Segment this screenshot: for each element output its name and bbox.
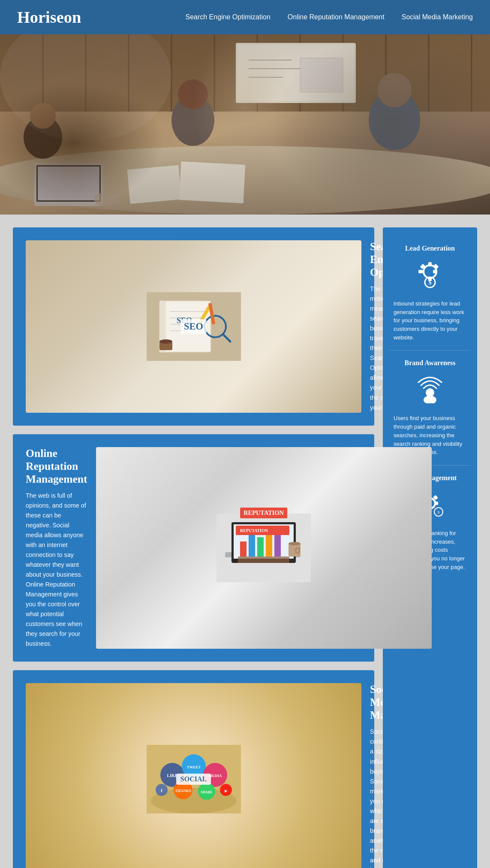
svg-rect-84 [433,264,439,269]
svg-text:MEDIA: MEDIA [208,774,222,778]
svg-text:SEO: SEO [177,316,192,325]
svg-rect-53 [257,537,264,556]
svg-point-44 [159,339,172,344]
svg-text:LIKE: LIKE [167,773,177,778]
main-sections: SEO Search Engine Optimization The domin… [13,227,374,868]
svg-point-24 [30,103,56,129]
orm-body: The web is full of opinions, and some of… [26,491,87,649]
svg-rect-0 [0,34,490,215]
site-header: Horiseon Search Engine Optimization Onli… [0,0,490,34]
nav-smm[interactable]: Social Media Marketing [402,13,473,21]
svg-rect-81 [418,270,423,273]
svg-text:TWEET: TWEET [186,765,201,769]
svg-text:$: $ [429,279,432,286]
brand-icon [394,373,466,408]
orm-title: Online Reputation Management [26,447,87,486]
svg-rect-20 [34,163,103,206]
svg-point-32 [0,34,171,142]
brand-title: Brand Awareness [394,359,466,367]
svg-rect-95 [434,502,438,505]
svg-point-60 [289,542,301,545]
smm-svg: LIKE TWEET MEDIA THANKS SHARE f ▶ [147,745,241,814]
leadgen-body: Inbound strategies for lead generation r… [394,299,466,342]
svg-rect-14 [238,45,354,101]
seo-card: SEO Search Engine Optimization The domin… [13,227,374,426]
svg-rect-1 [0,34,490,112]
nav-orm[interactable]: Online Reputation Management [288,13,385,21]
smm-card: LIKE TWEET MEDIA THANKS SHARE f ▶ [13,670,374,868]
seo-svg: SEO [147,292,241,361]
svg-point-27 [369,90,420,150]
orm-card: Online Reputation Management The web is … [13,434,374,662]
leadgen-title: Lead Generation [394,245,466,252]
svg-rect-22 [38,166,99,200]
hero-image [0,34,490,215]
orm-svg: REPUTATION [216,514,311,582]
svg-point-26 [178,79,208,109]
svg-point-28 [377,73,412,107]
svg-rect-58 [238,556,289,563]
smm-image: LIKE TWEET MEDIA THANKS SHARE f ▶ [26,683,361,868]
svg-point-23 [24,116,62,159]
svg-text:THANKS: THANKS [174,789,191,793]
svg-rect-13 [236,43,356,103]
svg-point-25 [171,94,214,146]
hero-svg [0,34,490,215]
svg-text:▶: ▶ [225,789,228,793]
leadgen-icon: $ [394,259,466,293]
svg-rect-51 [240,541,247,556]
svg-rect-18 [300,58,343,92]
site-logo: Horiseon [17,8,81,27]
sidebar-leadgen: Lead Generation $ [389,236,471,351]
main-nav: Search Engine Optimization Online Reputa… [185,13,473,21]
svg-rect-52 [249,535,255,556]
svg-rect-30 [179,161,246,203]
svg-rect-29 [127,165,182,204]
svg-text:REPUTATION: REPUTATION [240,528,268,533]
svg-point-90 [429,388,431,391]
hero-section [0,34,490,215]
orm-text: Online Reputation Management The web is … [26,447,87,649]
svg-rect-55 [274,534,281,556]
nav-seo[interactable]: Search Engine Optimization [185,13,270,21]
svg-text:SHARE: SHARE [201,790,213,794]
seo-image: SEO [26,240,361,413]
svg-rect-82 [433,270,437,273]
svg-text:$: $ [438,510,440,514]
content-area: SEO Search Engine Optimization The domin… [0,215,490,868]
svg-rect-79 [428,262,432,266]
svg-rect-59 [289,544,301,556]
svg-rect-31 [94,193,120,206]
orm-image: REPUTATION [96,447,432,649]
svg-point-19 [0,146,490,215]
svg-rect-21 [36,165,101,202]
svg-point-89 [424,396,436,403]
